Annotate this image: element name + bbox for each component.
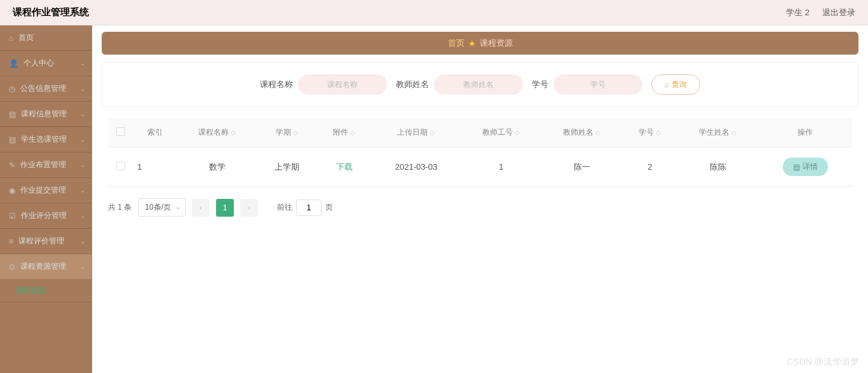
table-row: 1 数学 上学期 下载 2021-03-03 1 陈一 2 陈陈 ▤ 详情 <box>108 147 852 187</box>
data-table: 索引 课程名称◇ 学期◇ 附件◇ 上传日期◇ 教师工号◇ 教师姓名◇ 学号◇ 学… <box>108 118 852 187</box>
checkbox-all[interactable] <box>116 127 125 136</box>
cell-tid: 1 <box>461 147 541 187</box>
sidebar-item-course-info[interactable]: ▤ 课程信息管理 ⌄ <box>0 102 92 127</box>
goto-input[interactable] <box>296 200 322 216</box>
sidebar-item-label: 课程评价管理 <box>18 236 64 247</box>
sidebar-item-label: 课程资源管理 <box>20 261 66 272</box>
resource-icon: ⊙ <box>9 262 15 271</box>
sidebar-item-label: 作业评分管理 <box>21 210 67 221</box>
header-right: 学生 2 退出登录 <box>786 7 855 18</box>
data-table-wrap: 索引 课程名称◇ 学期◇ 附件◇ 上传日期◇ 教师工号◇ 教师姓名◇ 学号◇ 学… <box>102 118 858 217</box>
breadcrumb-home[interactable]: 首页 <box>448 37 465 49</box>
col-date[interactable]: 上传日期◇ <box>372 118 461 147</box>
logout-link[interactable]: 退出登录 <box>822 7 855 18</box>
bell-icon: ◷ <box>9 85 15 93</box>
sidebar-item-notice[interactable]: ◷ 公告信息管理 ⌄ <box>0 76 92 102</box>
col-index[interactable]: 索引 <box>133 118 177 147</box>
chevron-down-icon: ⌄ <box>80 212 85 219</box>
book-icon: ▤ <box>9 110 16 119</box>
app-title: 课程作业管理系统 <box>13 6 89 18</box>
chevron-down-icon: ⌄ <box>80 85 85 92</box>
next-page-button[interactable]: › <box>240 199 258 217</box>
search-panel: 课程名称 教师姓名 学号 ⌕ 查询 <box>102 62 858 107</box>
sidebar-item-profile[interactable]: 👤 个人中心 ⌄ <box>0 51 92 76</box>
search-icon: ⌕ <box>665 80 669 89</box>
sidebar-item-score[interactable]: ☑ 作业评分管理 ⌄ <box>0 203 92 229</box>
col-sid[interactable]: 学号◇ <box>623 118 678 147</box>
breadcrumb: 首页 ★ 课程资源 <box>102 32 858 55</box>
checkbox-row[interactable] <box>116 161 125 170</box>
cell-course: 数学 <box>177 147 257 187</box>
star-icon: ★ <box>468 39 476 48</box>
sort-icon: ◇ <box>293 129 298 136</box>
watermark: CSDN @流华追梦 <box>787 356 859 368</box>
cell-index: 1 <box>133 147 177 187</box>
sidebar-item-label: 课程信息管理 <box>21 109 67 119</box>
sort-icon: ◇ <box>515 129 520 136</box>
sort-icon: ◇ <box>231 129 236 136</box>
search-button-label: 查询 <box>672 79 687 90</box>
breadcrumb-current: 课程资源 <box>480 37 513 49</box>
goto-suffix: 页 <box>325 202 333 213</box>
pagesize-select[interactable]: 10条/页 <box>138 198 186 217</box>
col-tname[interactable]: 教师姓名◇ <box>541 118 622 147</box>
teacher-name-input[interactable] <box>434 74 523 95</box>
cell-tname: 陈一 <box>541 147 622 187</box>
sidebar-item-resource[interactable]: ⊙ 课程资源管理 ⌄ <box>0 254 92 280</box>
sidebar-item-selection[interactable]: ▤ 学生选课管理 ⌄ <box>0 127 92 153</box>
sidebar-subitem-resource[interactable]: 课程资源 <box>0 280 92 302</box>
total-count: 共 1 条 <box>108 202 132 213</box>
document-icon: ▤ <box>793 163 800 172</box>
chevron-down-icon: ⌄ <box>80 263 85 270</box>
chevron-down-icon: ⌄ <box>80 136 85 143</box>
sidebar-subitem-label: 课程资源 <box>15 285 46 296</box>
search-button[interactable]: ⌕ 查询 <box>651 74 700 95</box>
pagination: 共 1 条 10条/页 ‹ 1 › 前往 页 <box>108 198 852 217</box>
download-link[interactable]: 下载 <box>336 162 353 172</box>
col-attachment[interactable]: 附件◇ <box>316 118 372 147</box>
prev-page-button[interactable]: ‹ <box>192 199 210 217</box>
chevron-down-icon: ⌄ <box>80 238 85 245</box>
user-link[interactable]: 学生 2 <box>786 7 810 18</box>
sort-icon: ◇ <box>595 129 600 136</box>
select-icon: ▤ <box>9 135 16 144</box>
detail-button-label: 详情 <box>803 161 818 172</box>
sort-icon: ◇ <box>731 129 736 136</box>
student-id-label: 学号 <box>532 79 548 90</box>
sidebar-item-submit[interactable]: ◉ 作业提交管理 ⌄ <box>0 178 92 203</box>
home-icon: ⌂ <box>9 34 13 43</box>
sort-icon: ◇ <box>350 129 355 136</box>
sidebar-item-label: 公告信息管理 <box>20 83 66 94</box>
sidebar-item-home[interactable]: ⌂ 首页 <box>0 25 92 51</box>
chevron-down-icon: ⌄ <box>80 187 85 194</box>
page-number[interactable]: 1 <box>216 199 234 217</box>
col-action: 操作 <box>758 118 852 147</box>
detail-button[interactable]: ▤ 详情 <box>783 158 828 176</box>
sidebar-item-label: 学生选课管理 <box>21 134 67 145</box>
sidebar-item-review[interactable]: ≡ 课程评价管理 ⌄ <box>0 229 92 254</box>
teacher-name-label: 教师姓名 <box>396 79 429 90</box>
chevron-down-icon: ⌄ <box>80 161 85 168</box>
goto-prefix: 前往 <box>277 202 292 213</box>
col-course[interactable]: 课程名称◇ <box>177 118 257 147</box>
col-checkbox <box>108 118 133 147</box>
score-icon: ☑ <box>9 212 16 220</box>
course-name-label: 课程名称 <box>260 79 293 90</box>
sidebar-item-label: 首页 <box>18 32 34 43</box>
course-name-input[interactable] <box>298 74 387 95</box>
sidebar-item-label: 作业布置管理 <box>20 159 66 170</box>
sort-icon: ◇ <box>430 129 435 136</box>
sidebar: ⌂ 首页 👤 个人中心 ⌄ ◷ 公告信息管理 ⌄ ▤ 课程信息管理 ⌄ ▤ 学生… <box>0 25 92 373</box>
assign-icon: ✎ <box>9 161 15 170</box>
student-id-input[interactable] <box>553 74 642 95</box>
chevron-down-icon: ⌄ <box>80 111 85 118</box>
sidebar-item-label: 个人中心 <box>24 58 54 69</box>
col-term[interactable]: 学期◇ <box>257 118 316 147</box>
col-tid[interactable]: 教师工号◇ <box>461 118 541 147</box>
sidebar-item-assign[interactable]: ✎ 作业布置管理 ⌄ <box>0 153 92 178</box>
col-sname[interactable]: 学生姓名◇ <box>677 118 758 147</box>
main-content: 首页 ★ 课程资源 课程名称 教师姓名 学号 ⌕ 查询 <box>92 25 868 373</box>
cell-sname: 陈陈 <box>677 147 758 187</box>
submit-icon: ◉ <box>9 186 15 195</box>
sort-icon: ◇ <box>656 129 661 136</box>
